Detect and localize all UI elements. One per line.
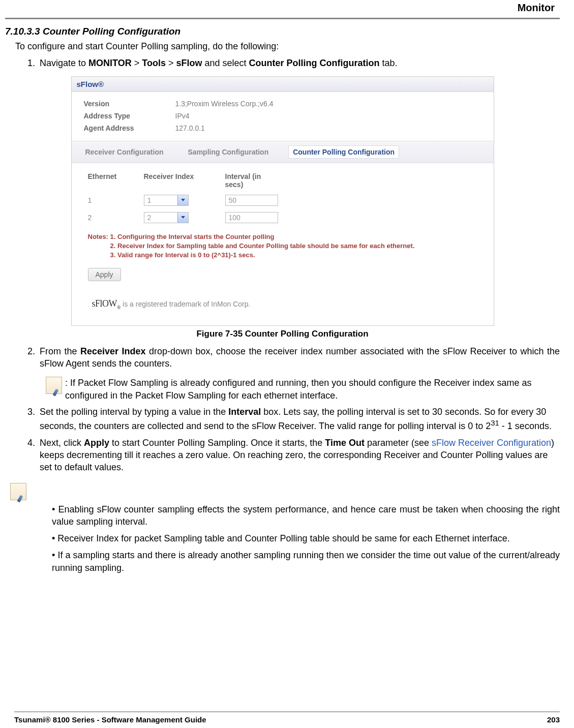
panel-title: sFlow®: [77, 80, 104, 88]
page-number: 203: [547, 715, 560, 724]
note-icon: [10, 483, 26, 500]
section-title-text: Counter Polling Configuration: [43, 26, 180, 37]
col-interval: Interval (in secs): [225, 172, 276, 189]
chapter-title: Monitor: [5, 0, 560, 18]
receiver-index-value-1: 1: [144, 195, 177, 205]
col-receiver-index: Receiver Index: [144, 172, 205, 189]
version-label: Version: [84, 98, 155, 110]
ethernet-label-1: 1: [88, 196, 124, 204]
chevron-down-icon: [181, 199, 185, 201]
step-4-timeout: Time Out: [325, 438, 365, 448]
panel-titlebar: sFlow®: [72, 77, 494, 92]
agentaddr-label: Agent Address: [84, 123, 155, 135]
header-rule: [5, 18, 560, 19]
step-2-pre: From the: [40, 346, 80, 356]
tab-counter-polling-config[interactable]: Counter Polling Configuration: [288, 145, 399, 159]
step-4-mid2: parameter (see: [365, 438, 432, 448]
step-4: Next, click Apply to start Counter Polli…: [38, 437, 560, 474]
panel-notes: Notes: 1. Configuring the Interval start…: [72, 232, 494, 263]
sflow-panel: sFlow® Version 1.3;Proxim Wireless Corp.…: [71, 76, 494, 326]
step-1-pre: Navigate to: [40, 58, 88, 68]
tab-sampling-config[interactable]: Sampling Configuration: [184, 145, 274, 159]
sflow-receiver-config-link[interactable]: sFlow Receiver Configuration: [432, 438, 551, 448]
step-4-apply: Apply: [84, 438, 109, 448]
receiver-index-select-1[interactable]: 1: [144, 195, 189, 206]
section-number: 7.10.3.3: [5, 26, 40, 37]
addrtype-value: IPv4: [175, 110, 190, 123]
step-3-field: Interval: [228, 407, 261, 417]
nav-sflow: sFlow: [176, 58, 202, 68]
note-icon: [46, 377, 62, 394]
chevron-down-icon: [181, 216, 185, 219]
step-1: Navigate to MONITOR > Tools > sFlow and …: [38, 57, 560, 69]
step-1-mid: and select: [202, 58, 249, 68]
info-row-version: Version 1.3;Proxim Wireless Corp.;v6.4: [84, 98, 485, 110]
interval-input-1[interactable]: 50: [225, 195, 278, 206]
table-row: 1 1 50: [88, 195, 485, 206]
steps-list-cont2: Set the polling interval by typing a val…: [26, 406, 560, 473]
table-header: Ethernet Receiver Index Interval (in sec…: [88, 172, 485, 189]
footer-left: Tsunami® 8100 Series - Software Manageme…: [14, 715, 206, 724]
sep1: >: [132, 58, 142, 68]
dropdown-button-2[interactable]: [177, 213, 188, 223]
steps-list: Navigate to MONITOR > Tools > sFlow and …: [26, 57, 560, 69]
step-3-post: - 1 seconds.: [499, 421, 552, 431]
final-note-icon-wrap: [10, 483, 560, 500]
tab-receiver-config[interactable]: Receiver Configuration: [81, 145, 168, 159]
step-4-pre: Next, click: [40, 438, 84, 448]
step-2: From the Receiver Index drop-down box, c…: [38, 345, 560, 370]
col-ethernet: Ethernet: [88, 172, 124, 189]
trademark-text: is a registered trademark of InMon Corp.: [123, 300, 250, 308]
interval-input-2[interactable]: 100: [225, 212, 278, 223]
nav-tools: Tools: [142, 58, 166, 68]
sflow-logo-icon: sFlOW®: [92, 298, 121, 309]
final-note-1: • Enabling sFlow counter sampling effect…: [52, 503, 560, 529]
page-footer: Tsunami® 8100 Series - Software Manageme…: [0, 711, 574, 724]
receiver-index-select-2[interactable]: 2: [144, 212, 189, 223]
step-3-pre: Set the polling interval by typing a val…: [40, 407, 228, 417]
receiver-index-value-2: 2: [144, 213, 177, 223]
section-intro: To configure and start Counter Polling s…: [15, 41, 560, 52]
inline-note-text: : If Packet Flow Sampling is already con…: [65, 377, 560, 402]
step-2-field: Receiver Index: [80, 346, 146, 356]
step-3: Set the polling interval by typing a val…: [38, 406, 560, 433]
notes-3: 3. Valid range for Interval is 0 to (2^3…: [110, 251, 255, 259]
table-row: 2 2 100: [88, 212, 485, 223]
nav-monitor: MONITOR: [88, 58, 132, 68]
dropdown-button-1[interactable]: [177, 195, 188, 205]
apply-button[interactable]: Apply: [88, 268, 121, 281]
trademark-line: sFlOW® is a registered trademark of InMo…: [72, 289, 494, 325]
version-value: 1.3;Proxim Wireless Corp.;v6.4: [175, 98, 274, 110]
panel-table: Ethernet Receiver Index Interval (in sec…: [72, 163, 494, 232]
notes-2: 2. Receiver Index for Sampling table and…: [110, 242, 415, 250]
sep2: >: [166, 58, 176, 68]
figure-caption: Figure 7-35 Counter Polling Configuratio…: [5, 329, 560, 339]
agentaddr-value: 127.0.0.1: [175, 123, 205, 135]
inline-note: : If Packet Flow Sampling is already con…: [46, 377, 560, 402]
final-note-3: • If a sampling starts and there is alre…: [52, 549, 560, 574]
notes-1: 1. Configuring the Interval starts the C…: [110, 233, 275, 240]
panel-tabs: Receiver Configuration Sampling Configur…: [72, 141, 494, 163]
steps-list-cont: From the Receiver Index drop-down box, c…: [26, 345, 560, 370]
footer-rule: [14, 711, 560, 712]
ethernet-label-2: 2: [88, 214, 124, 222]
addrtype-label: Address Type: [84, 110, 155, 123]
nav-tab-name: Counter Polling Configuration: [249, 58, 380, 68]
notes-lead: Notes:: [88, 233, 108, 240]
step-4-mid1: to start Counter Polling Sampling. Once …: [109, 438, 325, 448]
final-notes: • Enabling sFlow counter sampling effect…: [52, 503, 560, 574]
panel-info: Version 1.3;Proxim Wireless Corp.;v6.4 A…: [72, 92, 494, 140]
step-1-post: tab.: [379, 58, 397, 68]
final-note-2: • Receiver Index for packet Sampling tab…: [52, 532, 560, 545]
figure-panel: sFlow® Version 1.3;Proxim Wireless Corp.…: [5, 76, 560, 339]
section-heading: 7.10.3.3 Counter Polling Configuration: [5, 26, 560, 37]
info-row-addrtype: Address Type IPv4: [84, 110, 485, 123]
step-3-exp: 31: [491, 418, 499, 427]
info-row-agentaddr: Agent Address 127.0.0.1: [84, 123, 485, 135]
